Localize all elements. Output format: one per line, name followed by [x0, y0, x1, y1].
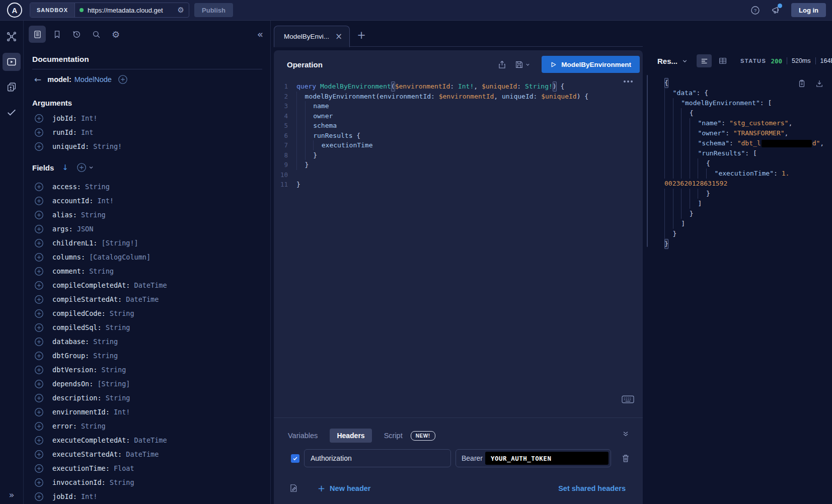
doc-field-row: runId: Int	[24, 125, 270, 139]
endpoint-settings-gear-icon[interactable]: ⚙	[178, 6, 184, 15]
header-enabled-checkbox[interactable]	[291, 454, 299, 463]
endpoint-url-field[interactable]: https://metadata.cloud.get ⚙	[75, 3, 189, 17]
indent-guide	[296, 150, 305, 160]
field-type: [String]	[97, 380, 130, 388]
panel-scrollbar[interactable]	[647, 75, 648, 247]
line-number: 11	[274, 180, 288, 190]
schema-graph-icon[interactable]	[3, 28, 21, 46]
add-to-query-icon[interactable]	[34, 450, 44, 459]
help-icon[interactable]: ?	[750, 5, 761, 16]
set-shared-headers-button[interactable]: Set shared headers	[558, 484, 626, 492]
add-to-query-icon[interactable]	[34, 196, 44, 206]
add-to-query-icon[interactable]	[34, 436, 44, 445]
checks-icon[interactable]	[3, 103, 21, 121]
explorer-icon[interactable]	[3, 53, 21, 71]
add-to-query-icon[interactable]	[34, 337, 44, 347]
indent-guide	[681, 209, 690, 219]
login-button[interactable]: Log in	[791, 3, 826, 17]
indent-guide	[664, 138, 673, 148]
add-to-query-icon[interactable]	[34, 295, 44, 304]
meta-separator	[815, 57, 816, 64]
table-view-icon[interactable]	[715, 54, 730, 67]
publish-button[interactable]: Publish	[194, 3, 233, 17]
add-to-query-icon[interactable]	[34, 210, 44, 220]
indent-guide	[673, 189, 682, 199]
add-tab-icon[interactable]: +	[357, 30, 366, 47]
indent-guide	[681, 169, 690, 179]
edit-headers-icon[interactable]	[289, 483, 298, 493]
add-to-query-icon[interactable]	[34, 238, 44, 248]
search-icon[interactable]	[88, 26, 105, 43]
copy-response-icon[interactable]	[797, 79, 806, 88]
add-to-query-icon[interactable]	[34, 224, 44, 234]
tab-headers[interactable]: Headers	[330, 429, 371, 443]
field-type: DateTime	[134, 281, 167, 289]
response-json[interactable]: {"data": {"modelByEnvironment": [{"name"…	[664, 78, 832, 249]
add-to-query-icon[interactable]	[34, 492, 44, 501]
indent-guide	[690, 118, 698, 128]
history-icon[interactable]	[68, 26, 85, 43]
breadcrumb-type-link[interactable]: ModelNode	[74, 75, 112, 83]
auth-token-value[interactable]: YOUR_AUTH_TOKEN	[485, 452, 609, 465]
add-to-query-icon[interactable]	[34, 267, 44, 276]
add-to-query-icon[interactable]	[34, 114, 44, 123]
add-to-query-icon[interactable]	[34, 464, 44, 473]
header-value-field[interactable]: Bearer YOUR_AUTH_TOKEN	[456, 449, 611, 467]
indent-guide	[673, 138, 682, 148]
add-all-fields-control[interactable]	[77, 162, 94, 173]
response-dropdown-chevron-icon[interactable]	[682, 58, 688, 64]
collapse-docs-panel-icon[interactable]: «	[257, 29, 263, 39]
add-to-query-icon[interactable]	[34, 393, 44, 403]
add-to-query-icon[interactable]	[34, 365, 44, 375]
download-response-icon[interactable]	[815, 79, 824, 88]
field-name: uniqueId:	[52, 142, 93, 150]
field-type: Int	[81, 128, 93, 136]
apollo-logo[interactable]: A	[7, 3, 22, 18]
graphql-editor[interactable]: 1query ModelByEnvironment($environmentId…	[274, 81, 643, 190]
expand-rail-icon[interactable]: »	[0, 489, 23, 500]
raw-view-icon[interactable]	[697, 54, 712, 67]
field-name: jobId:	[52, 492, 81, 500]
add-to-query-icon[interactable]	[34, 323, 44, 332]
indent-guide	[664, 209, 673, 219]
sandbox-mode-badge[interactable]: SANDBOX	[30, 3, 75, 17]
new-header-button[interactable]: + New header	[318, 484, 371, 493]
explorer-settings-gear-icon[interactable]: ⚙	[107, 26, 124, 43]
add-to-query-icon[interactable]	[34, 182, 44, 192]
collapse-panel-icon[interactable]	[622, 430, 630, 438]
announcements-megaphone-icon[interactable]	[771, 5, 781, 16]
code-line: 2modelByEnvironment(environmentId: $envi…	[274, 92, 643, 102]
add-to-query-icon[interactable]	[34, 407, 44, 417]
add-to-query-icon[interactable]	[34, 422, 44, 431]
add-to-query-icon[interactable]	[34, 351, 44, 361]
add-to-query-icon[interactable]	[34, 142, 44, 151]
field-name: invocationId:	[52, 478, 110, 486]
header-key-input[interactable]	[304, 449, 451, 467]
add-to-query-icon[interactable]	[34, 309, 44, 318]
keyboard-shortcuts-icon[interactable]	[622, 395, 634, 403]
delete-header-icon[interactable]	[621, 453, 631, 463]
changelog-icon[interactable]	[3, 78, 21, 96]
add-to-query-icon[interactable]	[34, 281, 44, 290]
add-to-query-icon[interactable]	[34, 253, 44, 262]
add-to-query-icon[interactable]	[34, 478, 44, 487]
run-operation-button[interactable]: ModelByEnvironment	[542, 56, 640, 73]
field-type: String	[106, 394, 130, 402]
code-line: 8}	[274, 150, 643, 160]
add-to-query-icon[interactable]	[34, 379, 44, 389]
doc-field-row: compileCompletedAt: DateTime	[24, 278, 270, 292]
request-settings-panel: Variables Headers Script NEW! Bearer YOU…	[274, 418, 643, 504]
operation-tab[interactable]: ModelByEnvi... ×	[274, 26, 350, 47]
save-operation-control[interactable]	[514, 60, 531, 69]
tab-variables[interactable]: Variables	[288, 432, 318, 440]
back-arrow-icon[interactable]: ←	[34, 75, 41, 84]
close-tab-icon[interactable]: ×	[335, 32, 342, 41]
saved-operations-bookmark-icon[interactable]	[48, 26, 65, 43]
tab-script[interactable]: Script	[384, 432, 403, 440]
add-field-to-query-icon[interactable]	[118, 74, 128, 85]
documentation-tab-icon[interactable]	[29, 26, 46, 43]
add-to-query-icon[interactable]	[34, 128, 44, 137]
share-operation-icon[interactable]	[497, 60, 507, 69]
indent-guide	[690, 189, 698, 199]
sort-fields-icon[interactable]: ↓	[62, 164, 68, 172]
